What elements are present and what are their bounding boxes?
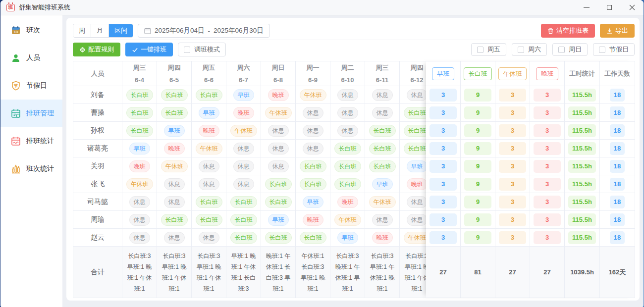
shift-cell[interactable]: 长白班 — [365, 122, 400, 140]
sidebar-item-shifts[interactable]: 13班次 — [0, 16, 62, 44]
shift-cell[interactable]: 休息 — [296, 122, 330, 140]
shift-cell[interactable]: 休息 — [122, 229, 157, 247]
shift-cell[interactable]: 早班 — [192, 104, 226, 122]
shift-cell[interactable]: 长白班 — [157, 86, 192, 104]
sidebar-item-shift-stats[interactable]: 班次统计 — [0, 155, 62, 183]
shift-cell[interactable]: 午休班 — [365, 193, 400, 211]
shift-cell[interactable]: 长白班 — [226, 229, 261, 247]
shift-cell[interactable]: 长白班 — [226, 211, 261, 229]
shift-cell[interactable]: 晚班 — [400, 175, 426, 193]
shift-cell[interactable]: 长白班 — [157, 104, 192, 122]
shift-cell[interactable]: 早班 — [157, 122, 192, 140]
view-tab-周[interactable]: 周 — [73, 24, 91, 37]
close-button[interactable] — [621, 0, 644, 15]
shift-cell[interactable]: 长白班 — [261, 193, 296, 211]
shift-cell[interactable]: 长白班 — [296, 157, 330, 175]
shift-cell[interactable]: 休息 — [122, 193, 157, 211]
shift-cell[interactable]: 休息 — [400, 211, 426, 229]
shift-cell[interactable]: 早班 — [330, 229, 365, 247]
shift-cell[interactable]: 长白班 — [122, 104, 157, 122]
shift-cell[interactable]: 长白班 — [330, 140, 365, 157]
shift-cell[interactable]: 午休班 — [192, 140, 226, 157]
view-tab-月[interactable]: 月 — [91, 24, 109, 37]
shift-cell[interactable]: 午休班 — [296, 86, 330, 104]
shift-cell[interactable]: 长白班 — [296, 175, 330, 193]
shift-cell[interactable]: 晚班 — [226, 104, 261, 122]
shift-cell[interactable]: 长白班 — [192, 86, 226, 104]
day-filter-节假日[interactable]: 节假日 — [593, 43, 635, 56]
shift-cell[interactable]: 长白班 — [330, 175, 365, 193]
shift-cell[interactable]: 晚班 — [122, 157, 157, 175]
shift-cell[interactable]: 休息 — [261, 157, 296, 175]
shift-cell[interactable]: 早班 — [365, 175, 400, 193]
shift-cell[interactable]: 长白班 — [122, 86, 157, 104]
shift-cell[interactable]: 晚班 — [330, 193, 365, 211]
date-range-picker[interactable]: 2025年06月04日 - 2025年06月30日 — [138, 24, 270, 38]
shift-cell[interactable]: 长白班 — [157, 211, 192, 229]
shift-cell[interactable]: 休息 — [261, 122, 296, 140]
sidebar-item-schedule-manage[interactable]: 排班管理 — [0, 100, 62, 127]
shift-cell[interactable]: 午休班 — [157, 157, 192, 175]
shift-cell[interactable]: 休息 — [330, 122, 365, 140]
shift-cell[interactable]: 休息 — [296, 104, 330, 122]
shift-cell[interactable]: 休息 — [157, 175, 192, 193]
shift-cell[interactable]: 长白班 — [192, 211, 226, 229]
shift-cell[interactable]: 长白班 — [400, 122, 426, 140]
shift-cell[interactable]: 长白班 — [330, 157, 365, 175]
day-filter-周五[interactable]: 周五 — [471, 43, 506, 56]
swap-mode-checkbox[interactable]: 调班模式 — [178, 43, 226, 56]
shift-cell[interactable]: 午休班 — [226, 122, 261, 140]
shift-cell[interactable]: 休息 — [122, 211, 157, 229]
shift-cell[interactable]: 休息 — [192, 175, 226, 193]
shift-cell[interactable]: 休息 — [330, 86, 365, 104]
shift-cell[interactable]: 休息 — [365, 86, 400, 104]
shift-cell[interactable]: 晚班 — [157, 140, 192, 157]
shift-cell[interactable]: 晚班 — [192, 122, 226, 140]
auto-schedule-button[interactable]: 一键排班 — [125, 43, 173, 56]
shift-cell[interactable]: 休息 — [226, 157, 261, 175]
shift-cell[interactable]: 休息 — [400, 86, 426, 104]
day-filter-周日[interactable]: 周日 — [552, 43, 588, 56]
shift-cell[interactable]: 休息 — [226, 175, 261, 193]
configure-rules-button[interactable]: 配置规则 — [73, 43, 120, 56]
shift-cell[interactable]: 午休班 — [122, 175, 157, 193]
sidebar-item-personnel[interactable]: 人员 — [0, 44, 62, 72]
view-tab-区间[interactable]: 区间 — [109, 24, 133, 37]
shift-cell[interactable]: 长白班 — [400, 140, 426, 157]
shift-cell[interactable]: 休息 — [296, 140, 330, 157]
day-filter-周六[interactable]: 周六 — [512, 43, 547, 56]
shift-cell[interactable]: 长白班 — [226, 193, 261, 211]
minimize-button[interactable] — [575, 0, 598, 15]
shift-cell[interactable]: 长白班 — [400, 104, 426, 122]
shift-cell[interactable]: 早班 — [296, 193, 330, 211]
shift-cell[interactable]: 休息 — [192, 229, 226, 247]
shift-cell[interactable]: 早班 — [226, 86, 261, 104]
shift-cell[interactable]: 午休班 — [261, 104, 296, 122]
shift-cell[interactable]: 午休班 — [330, 211, 365, 229]
shift-cell[interactable]: 长白班 — [296, 229, 330, 247]
shift-cell[interactable]: 晚班 — [296, 211, 330, 229]
shift-cell[interactable]: 休息 — [261, 140, 296, 157]
shift-cell[interactable]: 休息 — [192, 157, 226, 175]
shift-cell[interactable]: 长白班 — [261, 175, 296, 193]
maximize-button[interactable] — [598, 0, 621, 15]
clear-schedule-button[interactable]: 清空排班表 — [541, 24, 595, 38]
shift-cell[interactable]: 晚班 — [365, 229, 400, 247]
shift-cell[interactable]: 休息 — [365, 104, 400, 122]
sidebar-item-holidays[interactable]: 节节假日 — [0, 72, 62, 100]
shift-cell[interactable]: 长白班 — [261, 229, 296, 247]
shift-cell[interactable]: 早班 — [261, 211, 296, 229]
shift-cell[interactable]: 长白班 — [192, 193, 226, 211]
shift-cell[interactable]: 长白班 — [122, 122, 157, 140]
shift-cell[interactable]: 晚班 — [261, 86, 296, 104]
sidebar-item-schedule-stats[interactable]: 排班统计 — [0, 127, 62, 155]
shift-cell[interactable]: 午休班 — [400, 229, 426, 247]
shift-cell[interactable]: 休息 — [226, 140, 261, 157]
shift-cell[interactable]: 长白班 — [365, 140, 400, 157]
shift-cell[interactable]: 长白班 — [365, 157, 400, 175]
export-button[interactable]: 导出 — [600, 24, 635, 38]
shift-cell[interactable]: 休息 — [365, 211, 400, 229]
shift-cell[interactable]: 休息 — [400, 193, 426, 211]
shift-cell[interactable]: 休息 — [157, 193, 192, 211]
shift-cell[interactable]: 休息 — [330, 104, 365, 122]
